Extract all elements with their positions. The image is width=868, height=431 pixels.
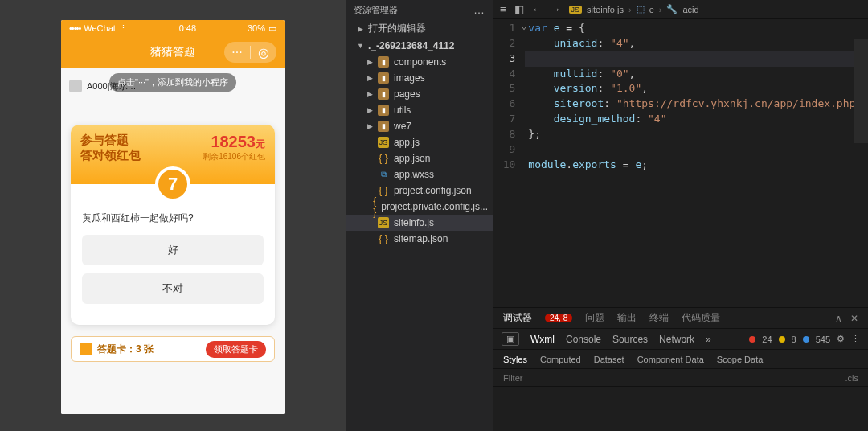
- chevron-right-icon: ▶: [357, 25, 363, 33]
- chevron-right-icon: ▶: [366, 90, 373, 98]
- folder-label: we7: [394, 121, 411, 132]
- nav-forward-icon[interactable]: →: [551, 3, 561, 15]
- file-label: siteinfo.js: [394, 217, 434, 228]
- folder-images[interactable]: ▶▮images: [346, 70, 493, 86]
- project-root[interactable]: ▼ ._-269213684_4112: [346, 38, 493, 54]
- info-count[interactable]: 545: [816, 335, 830, 344]
- capsule-close-button[interactable]: ◎: [251, 45, 276, 60]
- folder-label: utils: [394, 105, 411, 116]
- breadcrumb[interactable]: JS siteinfo.js › ⬚ e › 🔧 acid: [569, 4, 699, 14]
- battery-percent: 30%: [248, 23, 265, 33]
- code-content[interactable]: var e = { uniacid: "4", acid: "4", multi…: [525, 21, 868, 307]
- folder-pages[interactable]: ▶▮pages: [346, 86, 493, 102]
- devtools-toolbar: ▣ Wxml Console Sources Network » 24 8 54…: [493, 329, 868, 350]
- inspect-element-icon[interactable]: ▣: [502, 332, 519, 346]
- style-tab-dataset[interactable]: Dataset: [594, 355, 624, 364]
- card-title-line1: 参与答题: [80, 133, 141, 148]
- bookmark-icon[interactable]: ◧: [514, 3, 524, 15]
- folder-label: pages: [394, 88, 420, 100]
- file-sitemap.json[interactable]: { }sitemap.json: [346, 231, 493, 247]
- tool-tab-sources[interactable]: Sources: [612, 334, 648, 345]
- code-line-4[interactable]: multiid: "0",: [525, 67, 868, 82]
- nav-back-icon[interactable]: ←: [532, 3, 542, 15]
- code-line-7[interactable]: design_method: "4": [525, 112, 868, 127]
- file-icon: { }: [378, 185, 389, 196]
- carrier-label: WeChat: [84, 23, 116, 33]
- page-body: A000|海水… 点击"···"，添加到我的小程序 参与答题 答对领红包 182…: [61, 68, 285, 414]
- file-app.wxss[interactable]: ⧉app.wxss: [346, 166, 493, 183]
- code-line-5[interactable]: version: "1.0",: [525, 81, 868, 96]
- folder-components[interactable]: ▶▮components: [346, 54, 493, 70]
- tool-tab-network[interactable]: Network: [659, 334, 694, 345]
- prize-amount: 18253元: [203, 133, 265, 151]
- answer-option-1[interactable]: 不对: [82, 273, 264, 304]
- wifi-icon: ⋮: [119, 23, 128, 34]
- folder-utils[interactable]: ▶▮utils: [346, 102, 493, 118]
- ticket-icon: [80, 343, 92, 355]
- folder-we7[interactable]: ▶▮we7: [346, 118, 493, 134]
- phone-frame: WeChat ⋮ 0:48 30% ▭ 猪猪答题 ··· ◎ A000|海水…: [61, 20, 285, 414]
- tool-tab-wxml[interactable]: Wxml: [530, 334, 555, 345]
- tool-tab-console[interactable]: Console: [566, 334, 601, 345]
- code-line-10[interactable]: module.exports = e;: [525, 158, 868, 173]
- style-tabs: Styles Computed Dataset Component Data S…: [493, 350, 868, 369]
- error-dot-icon: [749, 336, 755, 343]
- gear-icon[interactable]: ⚙: [837, 334, 845, 344]
- minimap[interactable]: [854, 39, 868, 143]
- warn-count[interactable]: 8: [792, 335, 796, 344]
- style-tab-styles[interactable]: Styles: [503, 355, 527, 364]
- explorer-panel: 资源管理器 … ▶ 打开的编辑器 ▼ ._-269213684_4112 ▶▮c…: [346, 0, 493, 431]
- menu-icon[interactable]: ≡: [500, 3, 506, 15]
- fold-icon[interactable]: ⌄: [522, 21, 526, 33]
- capsule-menu-button[interactable]: ···: [224, 45, 250, 60]
- file-project.config.json[interactable]: { }project.config.json: [346, 183, 493, 199]
- add-miniprogram-tooltip[interactable]: 点击"···"，添加到我的小程序: [109, 73, 236, 92]
- wrench-icon: 🔧: [666, 4, 678, 14]
- tab-output[interactable]: 输出: [617, 311, 637, 325]
- quiz-card: 参与答题 答对领红包 18253元 剩余16106个红包 7 黄瓜和西红柿一起做…: [71, 125, 275, 325]
- open-editors-section[interactable]: ▶ 打开的编辑器: [346, 19, 493, 38]
- panel-close-icon[interactable]: ✕: [850, 313, 858, 324]
- panel-up-icon[interactable]: ∧: [835, 313, 842, 324]
- question-text: 黄瓜和西红柿一起做好吗?: [82, 211, 264, 225]
- answer-option-0[interactable]: 好: [82, 235, 264, 265]
- code-line-9[interactable]: [525, 142, 868, 158]
- file-app.json[interactable]: { }app.json: [346, 150, 493, 166]
- file-label: project.config.json: [394, 185, 472, 196]
- style-tab-component-data[interactable]: Component Data: [637, 355, 704, 364]
- chevron-right-icon: ▶: [366, 122, 373, 130]
- nav-title: 猪猪答题: [150, 45, 195, 60]
- error-count[interactable]: 24: [762, 335, 772, 344]
- tab-code-quality[interactable]: 代码质量: [682, 311, 720, 325]
- simulator-panel: WeChat ⋮ 0:48 30% ▭ 猪猪答题 ··· ◎ A000|海水…: [0, 0, 346, 431]
- file-icon: { }: [373, 201, 376, 212]
- explorer-title: 资源管理器: [354, 4, 398, 16]
- project-name: ._-269213684_4112: [368, 40, 454, 51]
- tab-terminal[interactable]: 终端: [649, 311, 669, 325]
- tool-tab-more-icon[interactable]: »: [706, 334, 711, 345]
- explorer-more-icon[interactable]: …: [473, 3, 485, 16]
- file-project.private.config.js...[interactable]: { }project.private.config.js...: [346, 199, 493, 215]
- cls-toggle[interactable]: .cls: [845, 373, 859, 383]
- code-area[interactable]: 12345678910 var e = { uniacid: "4", acid…: [493, 19, 868, 307]
- chevron-right-icon: ▶: [366, 58, 373, 66]
- style-tab-computed[interactable]: Computed: [540, 355, 581, 364]
- file-app.js[interactable]: JSapp.js: [346, 134, 493, 150]
- card-title-line2: 答对领红包: [80, 148, 141, 163]
- styles-filter-input[interactable]: Filter: [503, 373, 522, 383]
- code-line-2[interactable]: uniacid: "4",: [525, 36, 868, 51]
- file-siteinfo.js[interactable]: JSsiteinfo.js: [346, 215, 493, 231]
- notice-avatar-icon: [69, 80, 82, 92]
- code-line-1[interactable]: var e = {: [525, 21, 868, 36]
- file-label: project.private.config.js...: [381, 201, 488, 212]
- kebab-icon[interactable]: ⋮: [851, 334, 860, 344]
- code-line-6[interactable]: siteroot: "https://rdfcv.yhxnkj.cn/app/i…: [525, 96, 868, 112]
- tab-problems[interactable]: 问题: [585, 311, 604, 325]
- warn-dot-icon: [779, 336, 785, 343]
- breadcrumb-sym1: e: [649, 5, 654, 14]
- style-tab-scope-data[interactable]: Scope Data: [717, 355, 763, 364]
- code-line-8[interactable]: };: [525, 127, 868, 142]
- answer-card-footer: 答题卡：3 张 领取答题卡: [71, 336, 275, 362]
- tab-debugger[interactable]: 调试器: [503, 311, 532, 325]
- claim-ticket-button[interactable]: 领取答题卡: [206, 341, 266, 358]
